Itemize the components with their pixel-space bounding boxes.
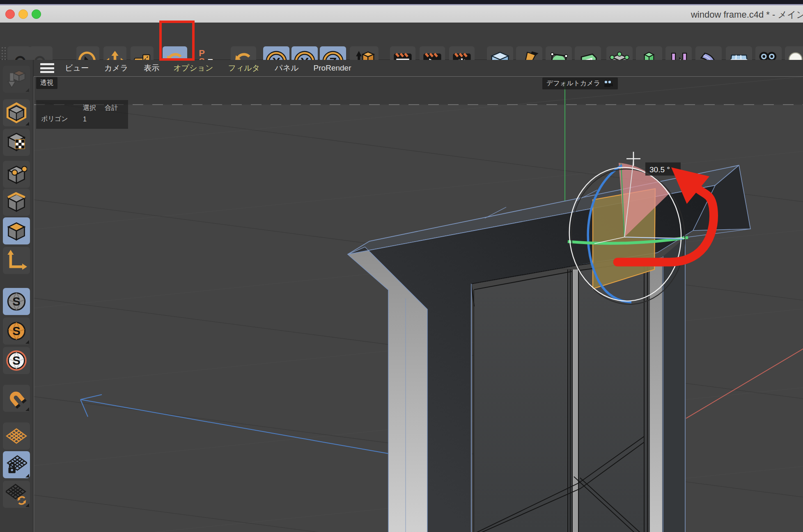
flyout-indicator — [25, 407, 29, 411]
rotate-arrows — [18, 497, 26, 504]
enable-snap-button[interactable] — [3, 385, 30, 412]
points-mode-icon — [6, 164, 27, 185]
close-button[interactable] — [5, 9, 15, 19]
hud-polygon-total-count — [103, 114, 125, 125]
axis-mode-icon — [6, 250, 27, 271]
title-bar[interactable]: window frame.c4d * - メイン — [0, 5, 803, 23]
camera-label-text: デフォルトカメラ — [546, 79, 600, 88]
polygons-mode-button[interactable] — [3, 217, 30, 244]
solo-off-icon: S — [6, 291, 27, 312]
view-type-label[interactable]: 透視 — [36, 77, 57, 89]
main-toolbar: ↶ ↷ P — [0, 23, 803, 60]
model-mode-icon — [6, 102, 27, 123]
window-title: window frame.c4d * - メイン — [691, 9, 803, 21]
hud-row-polygon: ポリゴン — [39, 114, 81, 125]
menu-camera[interactable]: カメラ — [104, 63, 128, 73]
hud-col-selected: 選択 — [81, 103, 103, 114]
texture-mode-icon — [6, 132, 27, 153]
hud-polygon-selected-count: 1 — [81, 114, 103, 125]
hud-col-total: 合計 — [103, 103, 125, 114]
edges-mode-button[interactable] — [3, 189, 30, 216]
menu-display[interactable]: 表示 — [144, 63, 159, 73]
svg-text:S: S — [12, 324, 21, 338]
solo-hierarchy-icon: S — [6, 350, 27, 371]
rotate-tool-highlight-annotation — [159, 21, 195, 61]
render-safe-outside — [34, 77, 803, 105]
menu-filter[interactable]: フィルタ — [228, 63, 260, 73]
align-workplane-button[interactable] — [3, 481, 30, 508]
3d-viewport[interactable]: 30.5 ° 透視 デフォルトカメラ 選択 合計 ポリゴン — [34, 76, 803, 532]
zoom-button[interactable] — [32, 9, 41, 19]
lock-workplane-button[interactable] — [3, 451, 30, 478]
align-workplane-icon — [6, 484, 27, 505]
hamburger-menu-icon[interactable] — [40, 63, 54, 73]
menu-options[interactable]: オプション — [173, 63, 213, 73]
menu-prorender[interactable]: ProRender — [314, 64, 351, 73]
svg-text:S: S — [12, 354, 21, 367]
edges-mode-icon — [6, 192, 27, 213]
model-mode-button[interactable] — [3, 99, 30, 126]
enable-axis-button[interactable] — [3, 247, 30, 274]
polygons-mode-icon — [6, 220, 27, 242]
flyout-indicator — [25, 474, 29, 477]
flyout-indicator — [25, 88, 29, 92]
svg-text:S: S — [12, 295, 21, 308]
workplane-mode-button[interactable] — [3, 422, 30, 450]
viewport-canvas[interactable]: 30.5 ° — [34, 77, 803, 532]
rotation-angle-value: 30.5 ° — [649, 165, 670, 174]
make-editable-icon — [6, 69, 27, 89]
menu-panel[interactable]: パネル — [275, 63, 298, 73]
points-mode-button[interactable] — [3, 161, 30, 188]
workplane-icon — [6, 425, 27, 447]
viewport-menu-bar: ビュー カメラ 表示 オプション フィルタ パネル ProRender — [33, 60, 803, 77]
flyout-indicator — [25, 122, 29, 126]
camera-small-icon — [603, 80, 614, 87]
viewport-solo-off-button[interactable]: S — [3, 288, 30, 315]
lock-workplane-icon — [6, 454, 27, 475]
solo-single-icon: S — [6, 320, 27, 342]
minimize-button[interactable] — [18, 9, 28, 19]
flyout-indicator — [25, 340, 29, 344]
lock-icon — [9, 464, 16, 473]
selection-hud: 選択 合計 ポリゴン 1 — [36, 100, 128, 129]
screen-top-edge — [0, 0, 803, 5]
viewport-solo-single-button[interactable]: S — [3, 317, 30, 345]
camera-label[interactable]: デフォルトカメラ — [542, 78, 618, 89]
c4d-window: { "window": { "title": "window frame.c4d… — [0, 0, 803, 532]
menu-view[interactable]: ビュー — [65, 63, 89, 73]
flyout-indicator — [25, 503, 29, 507]
mode-sidebar: S S S — [0, 60, 34, 532]
magnet-icon — [6, 388, 27, 409]
viewport-solo-hierarchy-button[interactable]: S — [3, 347, 30, 374]
texture-mode-button[interactable] — [3, 129, 30, 156]
make-editable-button[interactable] — [3, 66, 30, 93]
